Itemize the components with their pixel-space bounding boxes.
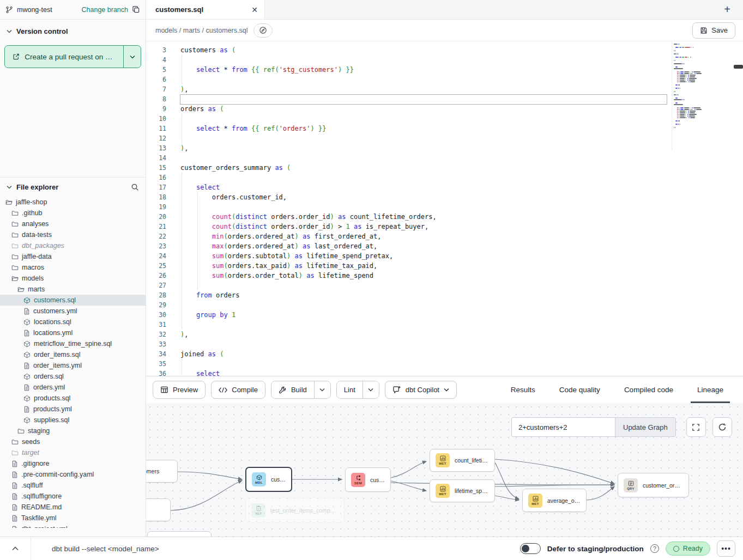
line-number: 28 bbox=[146, 290, 166, 300]
lint-button[interactable]: Lint bbox=[337, 381, 363, 398]
lint-caret-button[interactable] bbox=[363, 381, 379, 398]
tab-results[interactable]: Results bbox=[499, 376, 547, 403]
tree-item-dbt-project-yml[interactable]: dbt_project.yml bbox=[0, 524, 146, 528]
lineage-node-stg-customers[interactable]: stg_customers bbox=[146, 460, 178, 483]
tree-item-customers-yml[interactable]: customers.yml bbox=[0, 306, 146, 316]
file-tab-customers-sql[interactable]: customers.sql ✕ bbox=[146, 0, 265, 19]
tree-item-data-tests[interactable]: data-tests bbox=[0, 229, 146, 240]
tree-item-staging[interactable]: staging bbox=[0, 425, 146, 436]
file-tab-title: customers.sql bbox=[155, 5, 247, 14]
lineage-node-label: lifetime_spend_pretax bbox=[455, 488, 489, 494]
lineage-node-count-lifetime-orders[interactable]: METcount_lifetime_orders bbox=[430, 449, 495, 472]
code-line-28: 28 from orders bbox=[146, 290, 743, 300]
file-icon bbox=[23, 330, 30, 337]
minimap[interactable] bbox=[672, 41, 715, 150]
code-editor[interactable]: 3customers as (45 select * from {{ ref('… bbox=[146, 41, 743, 376]
lineage-node-label: customer_order_metrics bbox=[643, 482, 683, 489]
tree-item-label: supplies.sql bbox=[34, 416, 69, 424]
line-number: 23 bbox=[146, 241, 166, 251]
tree-item--github[interactable]: .github bbox=[0, 208, 146, 218]
update-graph-button[interactable]: Update Graph bbox=[615, 417, 676, 437]
tree-item-label: Taskfile.yml bbox=[21, 514, 57, 522]
tree-item-products-sql[interactable]: products.sql bbox=[0, 393, 146, 404]
tree-item-readme-md[interactable]: README.md bbox=[0, 502, 146, 513]
tree-item-taskfile-yml[interactable]: Taskfile.yml bbox=[0, 513, 146, 524]
file-icon bbox=[23, 384, 30, 391]
tab-code-quality[interactable]: Code quality bbox=[547, 376, 612, 403]
lineage-node-customers[interactable]: MDLcustomers bbox=[245, 467, 292, 492]
chevron-down-icon[interactable] bbox=[7, 185, 12, 189]
tree-item-models[interactable]: models bbox=[0, 273, 146, 284]
tree-item--pre-commit-config-yaml[interactable]: .pre-commit-config.yaml bbox=[0, 469, 146, 480]
lineage-node-test-order-items-compute-to-bools-[interactable]: TSTtest_order_items_compute_to_bools... bbox=[245, 497, 345, 523]
create-pr-caret-button[interactable] bbox=[123, 46, 141, 68]
lineage-node-customer-order-metrics[interactable]: QRYcustomer_order_metrics bbox=[618, 473, 689, 497]
tree-item-seeds[interactable]: seeds bbox=[0, 436, 146, 447]
build-button[interactable]: Build bbox=[271, 381, 314, 398]
save-button[interactable]: Save bbox=[692, 22, 735, 39]
tree-item-order-items-sql[interactable]: order_items.sql bbox=[0, 349, 146, 360]
compass-icon[interactable] bbox=[253, 23, 273, 38]
fullscreen-icon[interactable] bbox=[686, 417, 706, 437]
tree-item-label: dbt_project.yml bbox=[21, 525, 68, 528]
tree-item-orders-sql[interactable]: orders.sql bbox=[0, 371, 146, 382]
command-input[interactable]: dbt build --select <model_name> bbox=[31, 537, 520, 560]
refresh-icon[interactable] bbox=[712, 417, 732, 437]
lineage-selector-input[interactable] bbox=[511, 417, 615, 437]
tree-item--sqlfluffignore[interactable]: .sqlfluffignore bbox=[0, 491, 146, 502]
create-pr-button[interactable]: Create a pull request on Git... bbox=[5, 46, 123, 68]
tree-item-order-items-yml[interactable]: order_items.yml bbox=[0, 360, 146, 371]
file-icon bbox=[11, 493, 18, 500]
search-icon[interactable] bbox=[131, 183, 139, 191]
lineage-node-lifetime-spend-pretax[interactable]: METlifetime_spend_pretax bbox=[430, 479, 495, 502]
code-line-10: 10 bbox=[146, 114, 743, 124]
lineage-node-partial[interactable] bbox=[147, 531, 212, 537]
lineage-panel: stg_customersordersMDLcustomersTSTtest_o… bbox=[146, 403, 743, 537]
compile-button[interactable]: Compile bbox=[211, 381, 265, 399]
defer-toggle[interactable] bbox=[520, 543, 541, 554]
model-cube-icon bbox=[23, 319, 31, 326]
model-cube-icon bbox=[23, 417, 31, 424]
help-icon[interactable]: ? bbox=[650, 544, 659, 553]
new-tab-button[interactable]: + bbox=[711, 0, 743, 19]
chevron-down-icon[interactable] bbox=[7, 29, 12, 33]
line-number: 11 bbox=[146, 124, 166, 133]
line-number: 5 bbox=[146, 65, 166, 75]
tree-item-target[interactable]: target bbox=[0, 447, 146, 458]
model-cube-icon bbox=[23, 351, 31, 358]
tree-item-jaffle-shop[interactable]: jaffle-shop bbox=[0, 197, 146, 208]
tree-item-label: jaffle-data bbox=[22, 253, 52, 260]
file-icon bbox=[11, 471, 18, 478]
mdl-badge-icon: MDL bbox=[252, 472, 266, 486]
tab-lineage[interactable]: Lineage bbox=[685, 376, 735, 403]
tree-item--sqlfluff[interactable]: .sqlfluff bbox=[0, 480, 146, 491]
tree-item-metricflow-time-spine-sql[interactable]: metricflow_time_spine.sql bbox=[0, 338, 146, 349]
chevron-up-icon[interactable] bbox=[0, 546, 31, 551]
change-branch-link[interactable]: Change branch bbox=[82, 6, 128, 14]
more-options-button[interactable]: ••• bbox=[717, 540, 735, 557]
close-icon[interactable]: ✕ bbox=[251, 5, 258, 14]
tab-compiled-code[interactable]: Compiled code bbox=[612, 376, 685, 403]
tree-item-locations-yml[interactable]: locations.yml bbox=[0, 327, 146, 338]
tree-item-supplies-sql[interactable]: supplies.sql bbox=[0, 415, 146, 425]
tree-item--gitignore[interactable]: .gitignore bbox=[0, 458, 146, 469]
line-number: 3 bbox=[146, 45, 166, 55]
lineage-node-average-order-value[interactable]: METaverage_order_value bbox=[522, 489, 587, 512]
tree-item-products-yml[interactable]: products.yml bbox=[0, 404, 146, 415]
tree-item-macros[interactable]: macros bbox=[0, 262, 146, 273]
lineage-node-orders[interactable]: orders bbox=[146, 498, 171, 521]
tree-item-analyses[interactable]: analyses bbox=[0, 218, 146, 229]
tree-item-customers-sql[interactable]: customers.sql bbox=[0, 295, 146, 306]
tree-item-marts[interactable]: marts bbox=[0, 284, 146, 295]
tree-item-locations-sql[interactable]: locations.sql bbox=[0, 316, 146, 327]
dbt-copilot-button[interactable]: dbt Copilot bbox=[385, 381, 457, 399]
tree-item-orders-yml[interactable]: orders.yml bbox=[0, 382, 146, 393]
build-caret-button[interactable] bbox=[314, 381, 330, 398]
tree-item-dbt-packages[interactable]: dbt_packages bbox=[0, 240, 146, 251]
copy-icon[interactable] bbox=[132, 5, 140, 14]
tree-item-jaffle-data[interactable]: jaffle-data bbox=[0, 251, 146, 262]
scrollbar-thumb[interactable] bbox=[734, 65, 743, 69]
lineage-node-customers[interactable]: SEMcustomers bbox=[345, 467, 391, 492]
preview-button[interactable]: Preview bbox=[153, 381, 206, 399]
code-icon bbox=[219, 387, 227, 393]
